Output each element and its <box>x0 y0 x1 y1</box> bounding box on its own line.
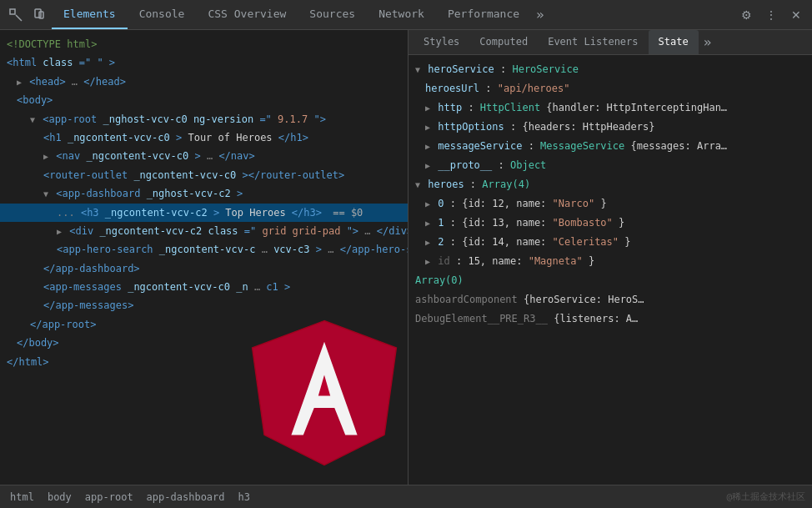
more-tabs-button[interactable]: » <box>531 0 549 29</box>
svg-rect-0 <box>10 9 15 14</box>
state-heroes-header[interactable]: ▼ heroes : Array(4) <box>412 175 809 194</box>
state-http[interactable]: ▶ http : HttpClient {handler: HttpInterc… <box>412 98 809 118</box>
sub-tab-bar: Styles Computed Event Listeners State » <box>409 30 812 55</box>
state-http-options[interactable]: ▶ httpOptions : {headers: HttpHeaders} <box>412 118 809 137</box>
app-messages-close-line[interactable]: </app-messages> <box>0 296 408 314</box>
angular-logo <box>249 318 399 468</box>
watermark: @稀土掘金技术社区 <box>726 490 805 503</box>
tab-network[interactable]: Network <box>367 0 436 29</box>
sub-tab-styles[interactable]: Styles <box>414 30 469 54</box>
devtools-toolbar: Elements Console CSS Overview Sources Ne… <box>0 0 812 30</box>
tab-console[interactable]: Console <box>128 0 197 29</box>
state-hero-1[interactable]: ▶ 1 : {id: 13, name: "Bombasto" } <box>412 214 809 233</box>
more-options-button[interactable]: ⋮ <box>760 4 782 26</box>
state-hero-0[interactable]: ▶ 0 : {id: 12, name: "Narco" } <box>412 194 809 214</box>
right-panel: Styles Computed Event Listeners State » … <box>409 30 812 485</box>
html-open-line[interactable]: <html class =" " > <box>0 53 408 72</box>
state-message-service[interactable]: ▶ messageService : MessageService {messa… <box>412 137 809 156</box>
sub-tab-state[interactable]: State <box>649 30 699 54</box>
sub-more-tabs-button[interactable]: » <box>699 30 717 54</box>
state-heroes-url[interactable]: heroesUrl : "api/heroes" <box>412 79 809 98</box>
app-dashboard-open-line[interactable]: ▼ <app-dashboard _nghost-vcv-c2 > <box>0 184 408 203</box>
state-hero-service-header[interactable]: ▼ heroService : HeroService <box>412 60 809 79</box>
head-line[interactable]: ▶ <head> … </head> <box>0 73 408 91</box>
close-devtools-button[interactable]: ✕ <box>785 4 807 26</box>
breadcrumb-html[interactable]: html <box>7 490 38 505</box>
h1-line[interactable]: <h1 _ngcontent-vcv-c0 > Tour of Heroes <… <box>0 128 408 147</box>
router-outlet-line[interactable]: <router-outlet _ngcontent-vcv-c0 ></rout… <box>0 166 408 184</box>
doctype-line[interactable]: <!DOCTYPE html> <box>0 35 408 53</box>
main-layout: <!DOCTYPE html> <html class =" " > ▶ <he… <box>0 30 812 485</box>
nav-line[interactable]: ▶ <nav _ngcontent-vcv-c0 > … </nav> <box>0 147 408 165</box>
state-hero-3[interactable]: ▶ id : 15, name: "Magneta" } <box>412 252 809 271</box>
app-dashboard-close-line[interactable]: </app-dashboard> <box>0 259 408 278</box>
elements-panel: <!DOCTYPE html> <html class =" " > ▶ <he… <box>0 30 409 485</box>
settings-button[interactable]: ⚙ <box>735 4 757 26</box>
tab-sources[interactable]: Sources <box>298 0 367 29</box>
breadcrumb-h3[interactable]: h3 <box>235 490 253 505</box>
body-open-line[interactable]: <body> <box>0 91 408 109</box>
tab-performance[interactable]: Performance <box>436 0 531 29</box>
state-content: ▼ heroService : HeroService heroesUrl : … <box>409 55 812 485</box>
inspect-element-button[interactable] <box>5 4 27 26</box>
breadcrumb-app-root[interactable]: app-root <box>82 490 137 505</box>
device-toggle-button[interactable] <box>28 4 50 26</box>
app-root-line[interactable]: ▼ <app-root _nghost-vcv-c0 ng-version ="… <box>0 110 408 128</box>
div-grid-line[interactable]: ▶ <div _ngcontent-vcv-c2 class =" grid g… <box>0 222 408 240</box>
state-debug-element[interactable]: DebugElement__PRE_R3__ {listeners: A… <box>412 309 809 329</box>
tab-css-overview[interactable]: CSS Overview <box>196 0 298 29</box>
state-dashboard-component[interactable]: ashboardComponent {heroService: HeroS… <box>412 290 809 309</box>
breadcrumb-bar: html body app-root app-dashboard h3 @稀土掘… <box>0 485 812 508</box>
app-messages-line[interactable]: <app-messages _ngcontent-vcv-c0 _n … c1 … <box>0 278 408 296</box>
sub-tab-computed[interactable]: Computed <box>469 30 538 54</box>
breadcrumb-body[interactable]: body <box>44 490 75 505</box>
tab-elements[interactable]: Elements <box>52 0 128 29</box>
h3-selected-line[interactable]: ... <h3 _ngcontent-vcv-c2 > Top Heroes <… <box>0 204 408 222</box>
app-hero-search-line[interactable]: <app-hero-search _ngcontent-vcv-c … vcv-… <box>0 240 408 259</box>
breadcrumb-app-dashboard[interactable]: app-dashboard <box>143 490 228 505</box>
main-tab-bar: Elements Console CSS Overview Sources Ne… <box>52 0 734 29</box>
state-proto[interactable]: ▶ __proto__ : Object <box>412 156 809 175</box>
sub-tab-event-listeners[interactable]: Event Listeners <box>538 30 648 54</box>
state-array-0[interactable]: Array(0) <box>412 271 809 290</box>
state-hero-2[interactable]: ▶ 2 : {id: 14, name: "Celeritas" } <box>412 233 809 252</box>
toolbar-right: ⚙ ⋮ ✕ <box>735 4 807 26</box>
svg-rect-1 <box>35 9 41 18</box>
